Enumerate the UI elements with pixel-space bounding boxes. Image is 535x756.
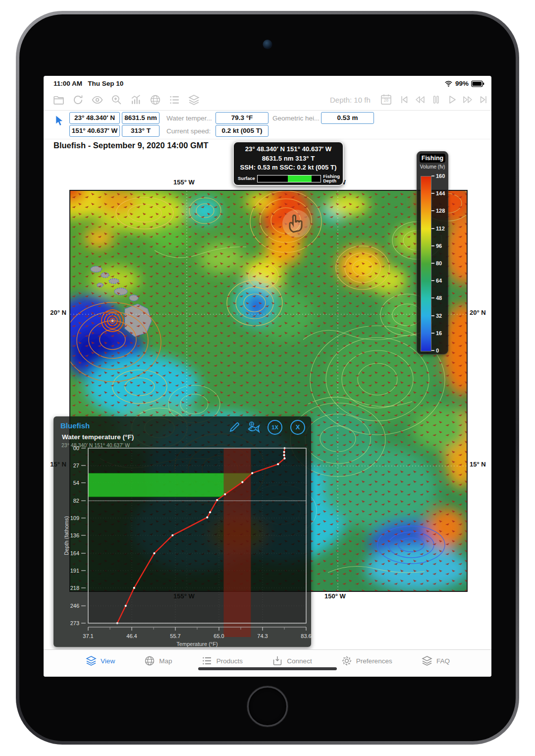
- nav-tab-view[interactable]: View: [85, 655, 115, 667]
- nav-tab-products[interactable]: Products: [201, 655, 243, 667]
- refresh-icon[interactable]: [72, 94, 84, 106]
- svg-text:83.6: 83.6: [301, 633, 311, 639]
- list-icon: [201, 655, 213, 667]
- svg-text:246: 246: [70, 603, 79, 609]
- svg-text:74.3: 74.3: [257, 633, 268, 639]
- temperature-profile-chart: 0027548210913616419121824627337.146.455.…: [54, 416, 311, 647]
- svg-text:218: 218: [70, 585, 79, 591]
- legend-title: Fishing: [420, 154, 445, 163]
- position-tooltip: 23° 48.340′ N 151° 40.637′ W 8631.5 nm 3…: [233, 141, 344, 186]
- pages-icon: [421, 655, 433, 667]
- svg-text:27: 27: [73, 463, 79, 468]
- water-temp-field[interactable]: 79.3 °F: [215, 112, 268, 124]
- zoom-in-icon[interactable]: [110, 94, 123, 106]
- legend-tick: 48: [431, 295, 442, 301]
- layers-icon: [85, 655, 97, 667]
- globe-icon[interactable]: [149, 94, 161, 106]
- svg-text:Depth (fathoms): Depth (fathoms): [63, 516, 69, 555]
- nav-tab-connect[interactable]: Connect: [271, 655, 312, 667]
- eye-icon[interactable]: [91, 94, 104, 106]
- layers-icon[interactable]: [188, 94, 200, 106]
- play-icon[interactable]: [446, 94, 458, 106]
- legend-tick: 16: [431, 330, 442, 336]
- chart-icon[interactable]: [130, 94, 142, 106]
- ipad-screenshot: { "status_bar": { "time": "11:00 AM", "d…: [0, 0, 535, 756]
- calendar-button[interactable]: 28: [379, 93, 393, 106]
- battery-icon: [471, 80, 484, 87]
- grid-label-right-20n: 20° N: [470, 309, 486, 316]
- rewind-icon[interactable]: [414, 94, 426, 106]
- gear-icon: [341, 655, 353, 667]
- globe-icon: [144, 655, 156, 667]
- grid-label-right-15n: 15° N: [470, 461, 486, 468]
- toolbar-left: [53, 94, 200, 106]
- download-icon: [271, 655, 283, 667]
- water-temp-label: Water temper...: [166, 115, 214, 122]
- current-speed-label: Current speed:: [166, 127, 211, 135]
- status-bar-right: 99%: [444, 79, 484, 88]
- hand-icon: [285, 211, 309, 234]
- current-speed-field[interactable]: 0.2 kt (005 T): [215, 125, 268, 137]
- grid-label-top-155w: 155° W: [173, 178, 195, 186]
- svg-text:55.7: 55.7: [170, 633, 180, 639]
- nav-tab-preferences[interactable]: Preferences: [341, 655, 392, 667]
- legend-colorbar: [421, 176, 431, 351]
- legend-tick: 144: [431, 190, 445, 196]
- list-icon[interactable]: [168, 94, 181, 106]
- touch-hand-cursor: [284, 211, 309, 235]
- tooltip-range-bearing: 8631.5 nm 313° T: [234, 154, 343, 164]
- fishing-depth-label: FishingDepth: [323, 174, 340, 183]
- legend-tick: 64: [431, 278, 442, 284]
- nav-tab-map[interactable]: Map: [144, 655, 172, 667]
- nav-label: Products: [216, 657, 243, 665]
- legend-tick: 96: [431, 243, 442, 249]
- battery-percent: 99%: [455, 80, 469, 87]
- calendar-day: 28: [379, 98, 393, 103]
- fast-forward-icon[interactable]: [462, 94, 474, 106]
- front-camera: [263, 40, 272, 49]
- geometric-height-field[interactable]: 0.53 m: [321, 112, 374, 124]
- svg-text:00: 00: [73, 445, 79, 451]
- home-button[interactable]: [247, 686, 288, 727]
- cursor-arrow-icon: [54, 115, 65, 126]
- tooltip-coordinates: 23° 48.340′ N 151° 40.637′ W: [234, 145, 343, 154]
- home-indicator[interactable]: [198, 667, 337, 670]
- fishing-depth-bar-green: [288, 175, 312, 182]
- pause-icon[interactable]: [430, 94, 442, 106]
- legend-tick: 160: [431, 173, 445, 179]
- nav-label: Connect: [287, 657, 312, 665]
- nav-tab-faq[interactable]: FAQ: [421, 655, 450, 667]
- legend-ticks: 1601441281129680644832160: [431, 176, 446, 350]
- depth-profile-panel: Bluefish 1X X Water temperature (°F) 23°…: [54, 416, 311, 647]
- svg-text:65.0: 65.0: [214, 633, 224, 639]
- longitude-field[interactable]: 151° 40.637′ W: [69, 125, 120, 137]
- distance-field[interactable]: 8631.5 nm: [122, 112, 160, 124]
- legend-subtitle: Volume (fv): [417, 164, 448, 170]
- date: Thu Sep 10: [88, 80, 123, 87]
- svg-text:54: 54: [73, 480, 79, 486]
- svg-text:164: 164: [70, 550, 79, 556]
- skip-end-icon[interactable]: [478, 94, 489, 106]
- svg-text:46.4: 46.4: [126, 633, 137, 639]
- legend-tick: 112: [431, 226, 445, 232]
- tooltip-ssh-ssc: SSH: 0.53 m SSC: 0.2 kt (005 T): [234, 163, 343, 173]
- clock: 11:00 AM: [54, 80, 82, 87]
- status-bar-time-date: 11:00 AM Thu Sep 10: [54, 80, 123, 87]
- svg-text:273: 273: [70, 620, 79, 626]
- playback-controls: [398, 94, 489, 106]
- skip-start-icon[interactable]: [398, 94, 410, 106]
- nav-label: Map: [159, 657, 172, 665]
- depth-indicator: Depth: 10 fh: [330, 96, 371, 104]
- legend-tick: 128: [431, 208, 445, 214]
- svg-text:136: 136: [70, 532, 79, 538]
- map-frame-title: Bluefish - September 9, 2020 14:00 GMT: [54, 141, 209, 150]
- legend-tick: 0: [431, 348, 439, 353]
- surface-label: Surface: [238, 176, 255, 181]
- bearing-field[interactable]: 313° T: [122, 125, 160, 137]
- latitude-field[interactable]: 23° 48.340′ N: [69, 112, 120, 124]
- grid-label-bottom-150w: 150° W: [324, 592, 346, 600]
- bottom-nav: View Map Products Connect Preferences FA…: [44, 649, 491, 677]
- svg-text:37.1: 37.1: [83, 633, 93, 639]
- nav-label: View: [101, 657, 115, 665]
- folder-icon[interactable]: [53, 94, 65, 106]
